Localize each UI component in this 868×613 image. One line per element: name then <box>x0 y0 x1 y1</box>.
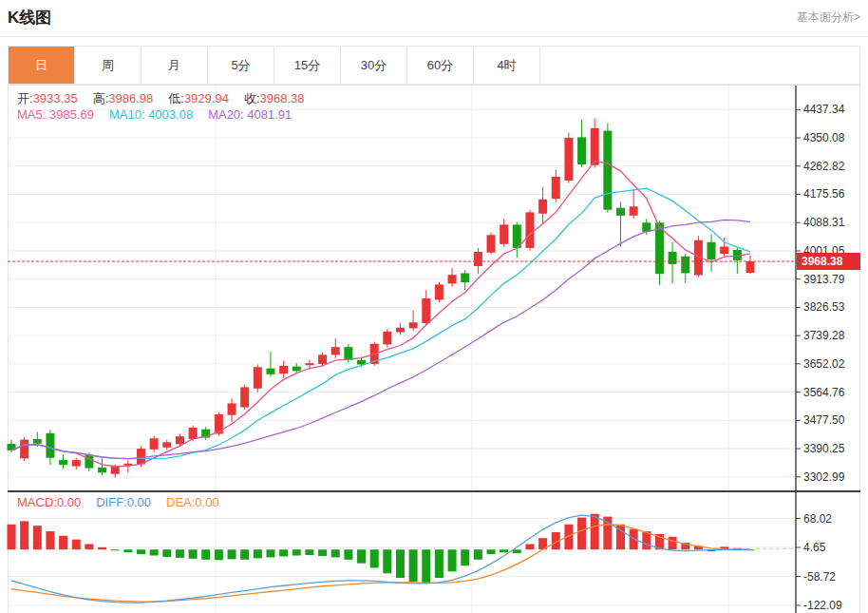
macd-value: MACD:0.00 <box>17 495 81 509</box>
diff-value: DIFF:0.00 <box>96 495 151 509</box>
high-label: 高: <box>93 91 109 105</box>
dea-value: DEA:0.00 <box>166 495 219 509</box>
macd-legend: MACD:0.00 DIFF:0.00 DEA:0.00 <box>17 495 219 509</box>
low-value: 3929.94 <box>184 91 229 105</box>
current-price-badge: 3968.38 <box>797 253 860 270</box>
close-value: 3968.38 <box>260 91 305 105</box>
open-label: 开: <box>17 91 33 105</box>
ma10-value: MA10: 4003.08 <box>109 107 193 122</box>
ma5-value: MA5: 3985.69 <box>17 107 94 122</box>
ohlc-legend: 开:3933.35 高:3986.98 低:3929.94 收:3968.38 <box>17 90 305 107</box>
kline-page: K线图 基本面分析> 日周月5分15分30分60分4时 开:3933.35 高:… <box>0 0 868 613</box>
ma-legend: MA5: 3985.69 MA10: 4003.08 MA20: 4081.91 <box>17 107 292 122</box>
ma20-value: MA20: 4081.91 <box>208 107 292 122</box>
high-value: 3986.98 <box>108 91 153 105</box>
low-label: 低: <box>168 91 184 105</box>
close-label: 收: <box>244 91 260 105</box>
open-value: 3933.35 <box>33 91 78 105</box>
